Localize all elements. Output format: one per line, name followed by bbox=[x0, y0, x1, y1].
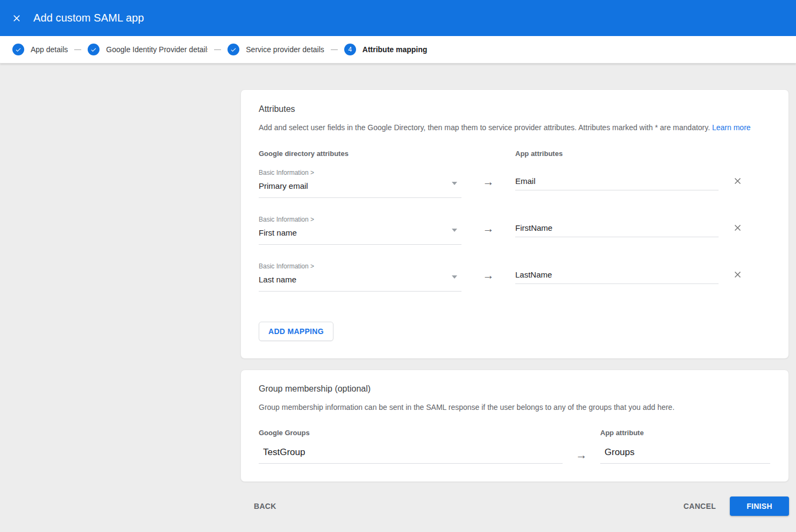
appbar: Add custom SAML app bbox=[0, 0, 796, 36]
mapping-row-last-name: Basic Information > Last name → bbox=[259, 263, 771, 292]
step-number-badge: 4 bbox=[344, 44, 356, 55]
directory-attribute-select[interactable]: Basic Information > Last name bbox=[259, 263, 461, 292]
attributes-card-description: Add and select user fields in the Google… bbox=[259, 123, 771, 132]
attributes-card-title: Attributes bbox=[259, 104, 771, 114]
add-mapping-button[interactable]: ADD MAPPING bbox=[259, 322, 333, 341]
app-attribute-cell bbox=[515, 270, 719, 284]
group-app-attribute-input[interactable] bbox=[600, 447, 770, 464]
footer-actions: BACK CANCEL FINISH bbox=[240, 496, 789, 516]
finish-button[interactable]: FINISH bbox=[730, 496, 789, 516]
step-label: Attribute mapping bbox=[363, 45, 428, 54]
app-attribute-cell bbox=[515, 223, 719, 237]
group-card-title: Group membership (optional) bbox=[259, 384, 771, 394]
step-check-icon bbox=[88, 44, 99, 55]
dropdown-arrow-icon bbox=[452, 275, 457, 279]
remove-mapping-icon[interactable] bbox=[732, 175, 743, 186]
directory-attribute-select[interactable]: Basic Information > First name bbox=[259, 216, 461, 245]
maps-to-arrow-icon: → bbox=[461, 263, 515, 282]
group-membership-card: Group membership (optional) Group member… bbox=[240, 370, 789, 482]
step-label: Google Identity Provider details bbox=[106, 45, 208, 54]
directory-attribute-select[interactable]: Basic Information > Primary email bbox=[259, 169, 461, 198]
maps-to-arrow-icon: → bbox=[461, 216, 515, 235]
group-card-description: Group membership information can be sent… bbox=[259, 403, 771, 412]
attribute-selected-value: Primary email bbox=[259, 181, 461, 191]
step-service-provider-details[interactable]: Service provider details bbox=[228, 44, 324, 55]
attributes-description-text: Add and select user fields in the Google… bbox=[259, 123, 710, 132]
wizard-stepper: App details Google Identity Provider det… bbox=[0, 36, 796, 63]
app-attribute-cell bbox=[515, 176, 719, 190]
app-attribute-input[interactable] bbox=[515, 176, 719, 190]
content-area: Attributes Add and select user fields in… bbox=[0, 63, 796, 516]
step-label: Service provider details bbox=[246, 45, 324, 54]
step-connector bbox=[214, 49, 221, 50]
google-directory-attributes-header: Google directory attributes bbox=[259, 150, 515, 158]
remove-mapping-icon[interactable] bbox=[732, 222, 743, 233]
step-connector bbox=[331, 49, 338, 50]
maps-to-arrow-icon: → bbox=[563, 447, 600, 462]
page-title: Add custom SAML app bbox=[33, 12, 144, 24]
app-attribute-input[interactable] bbox=[515, 223, 719, 237]
group-mapping-row: → bbox=[259, 447, 771, 464]
attributes-card: Attributes Add and select user fields in… bbox=[240, 89, 789, 359]
attribute-selected-value: First name bbox=[259, 228, 461, 238]
attribute-category-label: Basic Information > bbox=[259, 169, 461, 176]
back-button[interactable]: BACK bbox=[254, 502, 276, 510]
mapping-rows: Basic Information > Primary email → Basi… bbox=[259, 169, 771, 292]
app-attribute-input[interactable] bbox=[515, 270, 719, 284]
google-groups-header: Google Groups bbox=[259, 429, 600, 437]
google-groups-cell bbox=[259, 447, 563, 464]
google-groups-input[interactable] bbox=[259, 447, 563, 464]
step-attribute-mapping[interactable]: 4 Attribute mapping bbox=[344, 44, 428, 55]
group-app-attribute-cell bbox=[600, 447, 770, 464]
step-check-icon bbox=[228, 44, 239, 55]
dropdown-arrow-icon bbox=[452, 229, 457, 232]
group-app-attribute-header: App attribute bbox=[600, 429, 644, 437]
step-check-icon bbox=[12, 44, 24, 55]
remove-mapping-icon[interactable] bbox=[732, 269, 743, 280]
attributes-column-headers: Google directory attributes App attribut… bbox=[259, 150, 771, 158]
attribute-category-label: Basic Information > bbox=[259, 263, 461, 270]
step-label: App details bbox=[31, 45, 68, 54]
close-icon[interactable] bbox=[10, 12, 23, 25]
cancel-button[interactable]: CANCEL bbox=[684, 502, 716, 510]
dropdown-arrow-icon bbox=[452, 182, 457, 185]
learn-more-link[interactable]: Learn more bbox=[712, 123, 751, 132]
attribute-category-label: Basic Information > bbox=[259, 216, 461, 223]
step-connector bbox=[74, 49, 81, 50]
attribute-selected-value: Last name bbox=[259, 275, 461, 285]
maps-to-arrow-icon: → bbox=[461, 169, 515, 188]
mapping-row-primary-email: Basic Information > Primary email → bbox=[259, 169, 771, 198]
step-app-details[interactable]: App details bbox=[12, 44, 68, 55]
app-attributes-header: App attributes bbox=[515, 150, 563, 158]
step-google-idp-details[interactable]: Google Identity Provider details bbox=[88, 44, 208, 55]
group-column-headers: Google Groups App attribute bbox=[259, 429, 771, 437]
mapping-row-first-name: Basic Information > First name → bbox=[259, 216, 771, 245]
